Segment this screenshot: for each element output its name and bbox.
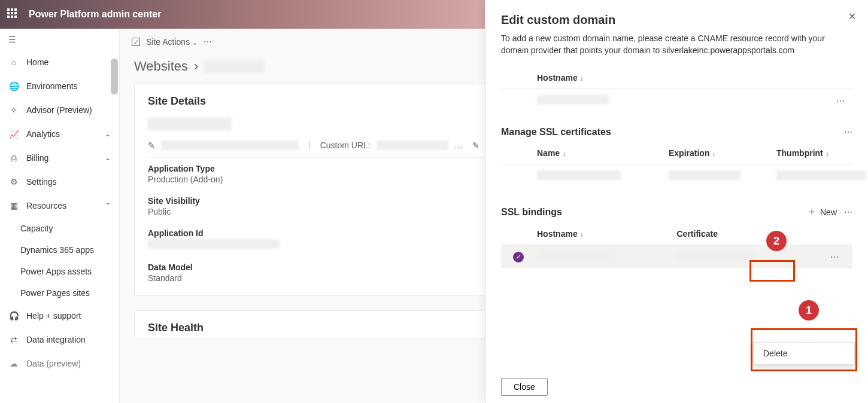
more-icon[interactable]: ⋯ (204, 37, 212, 47)
nav-data-integration[interactable]: ⇄Data integration (0, 328, 119, 352)
ssl-thumb-col[interactable]: Thumbprint (776, 148, 823, 158)
ssl-row[interactable]: ⋯ (501, 164, 852, 188)
panel-description: To add a new custom domain name, please … (501, 33, 852, 56)
site-url-redacted (161, 141, 299, 150)
bindings-table-header: Hostname↓ Certificate (501, 223, 852, 245)
ssl-thumb-redacted (776, 170, 866, 180)
site-details-heading: Site Details (148, 95, 206, 108)
bind-hostname-col[interactable]: Hostname (537, 229, 578, 239)
panel-title: Edit custom domain (501, 13, 852, 27)
nav-settings[interactable]: ⚙Settings (0, 170, 119, 194)
nav-environments[interactable]: 🌐Environments (0, 74, 119, 98)
close-button[interactable]: Close (501, 378, 548, 396)
nav-powerapps-assets[interactable]: Power Apps assets (0, 261, 119, 282)
chart-icon: 📈 (8, 129, 19, 139)
sort-down-icon: ↓ (580, 74, 584, 83)
nav-analytics-label: Analytics (26, 129, 60, 139)
more-icon[interactable]: ⋯ (844, 127, 852, 137)
context-delete-item[interactable]: Delete (754, 343, 854, 364)
billing-icon: ⎙ (8, 153, 19, 163)
callout-box-new (749, 260, 795, 282)
new-label: New (820, 207, 837, 217)
bind-cert-col[interactable]: Certificate (677, 229, 718, 239)
sort-down-icon: ↓ (712, 149, 715, 158)
hamburger-icon[interactable]: ☰ (0, 29, 119, 50)
chevron-down-icon: ⌄ (105, 130, 111, 138)
plus-icon: ＋ (807, 206, 817, 218)
nav-billing-label: Billing (26, 153, 48, 163)
context-menu: Delete (753, 342, 855, 365)
callout-badge-2: 2 (766, 231, 787, 251)
nav-powerpages-sites[interactable]: Power Pages sites (0, 282, 119, 304)
breadcrumb-current (204, 60, 264, 73)
site-actions-label: Site Actions (146, 37, 190, 47)
gear-icon: ⚙ (8, 177, 19, 187)
data-int-icon: ⇄ (8, 335, 19, 344)
data-model-label: Data Model (148, 262, 485, 272)
nav-advisor-label: Advisor (Preview) (26, 105, 92, 115)
more-icon[interactable]: ⋯ (817, 252, 852, 262)
callout-badge-1: 1 (799, 300, 819, 320)
nav-dynamics-apps[interactable]: Dynamics 365 apps (0, 239, 119, 261)
divider: | (308, 141, 311, 150)
nav-resources[interactable]: ▦Resources⌃ (0, 194, 119, 218)
bindings-heading: SSL bindings (501, 207, 562, 218)
nav-analytics[interactable]: 📈Analytics⌄ (0, 122, 119, 146)
data-icon: ☁ (8, 359, 19, 368)
nav-dataint-label: Data integration (26, 335, 86, 344)
close-icon[interactable]: ✕ (848, 11, 856, 22)
app-title: Power Platform admin center (29, 9, 161, 20)
ssl-heading: Manage SSL certificates (501, 127, 611, 138)
more-icon[interactable]: ⋯ (844, 207, 852, 217)
sort-down-icon: ↓ (562, 149, 566, 158)
checkbox-icon[interactable]: ✓ (132, 38, 140, 46)
breadcrumb-root[interactable]: Websites (134, 59, 188, 74)
nav-billing[interactable]: ⎙Billing⌄ (0, 146, 119, 170)
chevron-down-icon: ⌄ (105, 154, 111, 162)
nav-help-label: Help + support (26, 311, 81, 320)
chevron-down-icon: ⌄ (192, 39, 198, 46)
nav-settings-label: Settings (26, 177, 57, 187)
binding-row-selected[interactable]: ✓ ⋯ (501, 245, 852, 268)
advisor-icon: ✧ (8, 105, 19, 115)
pencil-icon[interactable]: ✎ (148, 141, 155, 150)
nav-advisor[interactable]: ✧Advisor (Preview) (0, 98, 119, 122)
left-nav: ☰ ⌂Home 🌐Environments ✧Advisor (Preview)… (0, 29, 120, 403)
resources-icon: ▦ (8, 201, 19, 210)
app-launcher-icon[interactable] (7, 8, 19, 20)
ssl-name-redacted (537, 170, 621, 180)
nav-help-support[interactable]: 🎧Help + support (0, 304, 119, 328)
site-visibility-value: Public (148, 207, 485, 216)
nav-capacity[interactable]: Capacity (0, 218, 119, 239)
chevron-right-icon: › (194, 59, 198, 74)
hostname-table-header: Hostname↓ (501, 67, 852, 89)
nav-env-label: Environments (26, 81, 78, 91)
nav-resources-label: Resources (26, 201, 66, 210)
ssl-exp-redacted (669, 170, 740, 180)
site-actions-menu[interactable]: Site Actions ⌄ (146, 37, 198, 47)
more-icon[interactable]: ⋯ (828, 96, 852, 106)
ssl-exp-col[interactable]: Expiration (669, 148, 709, 158)
app-type-value: Production (Add-on) (148, 175, 485, 184)
bind-host-redacted (537, 251, 615, 261)
pencil-icon[interactable]: ✎ (472, 141, 479, 150)
hostname-row[interactable]: ⋯ (501, 89, 852, 112)
app-id-redacted (148, 239, 280, 249)
hostname-value-redacted (537, 95, 609, 105)
checkmark-icon: ✓ (513, 252, 524, 262)
data-model-value: Standard (148, 273, 485, 283)
new-binding-button[interactable]: ＋New (807, 206, 837, 218)
hostname-col-label[interactable]: Hostname (537, 73, 578, 83)
sidebar-scrollbar[interactable] (111, 59, 118, 94)
custom-url-label: Custom URL: (320, 141, 371, 150)
nav-data-preview[interactable]: ☁Data (preview) (0, 352, 119, 375)
app-id-label: Application Id (148, 228, 485, 238)
sort-down-icon: ↓ (580, 230, 584, 239)
home-icon: ⌂ (8, 57, 19, 67)
app-type-label: Application Type (148, 164, 485, 173)
site-visibility-label: Site Visibility (148, 196, 485, 206)
ssl-name-col[interactable]: Name (537, 148, 560, 158)
nav-home[interactable]: ⌂Home (0, 50, 119, 74)
headset-icon: 🎧 (8, 311, 19, 320)
chevron-up-icon: ⌃ (105, 202, 111, 210)
